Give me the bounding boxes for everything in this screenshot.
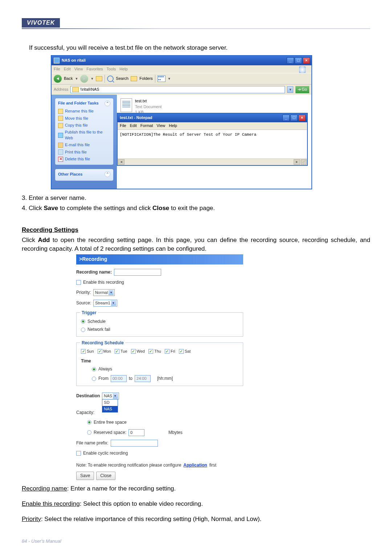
entire-space-radio[interactable] [87, 420, 91, 424]
folders-icon[interactable] [131, 76, 137, 81]
enable-recording-checkbox[interactable] [76, 280, 81, 285]
folder-icon [54, 58, 60, 63]
recording-intro: Click Add to open the recording setting … [22, 236, 370, 253]
prefix-input[interactable] [111, 440, 158, 447]
cyclic-checkbox[interactable] [76, 451, 81, 456]
chevron-down-icon[interactable]: ▼ [287, 86, 293, 93]
note-text: Note: To enable recording notification p… [76, 462, 181, 468]
brand: VIVOTEK [22, 18, 60, 28]
notepad-body[interactable]: [NOTIFICATION]The Result of Server Test … [118, 130, 307, 159]
notepad-menu[interactable]: FileEditFormatViewHelp [118, 122, 307, 129]
schedule-radio[interactable] [81, 319, 85, 324]
desc-recording-name: Recording name: Enter a name for the rec… [22, 484, 370, 493]
collapse-icon[interactable]: ⌃ [105, 100, 110, 106]
close-button[interactable]: × [298, 115, 306, 121]
day-tue-checkbox[interactable]: ✓ [115, 349, 119, 354]
task-print[interactable]: Print this file [58, 149, 110, 156]
chevron-down-icon[interactable]: ▼ [75, 77, 78, 81]
up-icon[interactable] [96, 76, 102, 81]
notepad-window: test.txt - Notepad _□× FileEditFormatVie… [117, 113, 308, 165]
text-file-icon [121, 98, 132, 112]
brand-underline [22, 28, 370, 29]
maximize-button[interactable]: □ [295, 57, 302, 64]
close-button[interactable]: Close [96, 472, 115, 480]
note-text-2: first [209, 462, 216, 468]
reserved-space-radio[interactable] [87, 430, 91, 435]
address-value: \\ritali\NAS [80, 87, 99, 92]
prefix-label: File name prefix: [76, 440, 109, 446]
form-header: >Recording [76, 254, 243, 264]
always-radio[interactable] [92, 367, 96, 372]
destination-label: Destination [76, 393, 100, 399]
from-radio[interactable] [92, 377, 96, 381]
page-footer: 84 - User's Manual [22, 538, 370, 545]
folder-icon [72, 87, 79, 92]
scroll-grip[interactable]: ⋰ [301, 159, 307, 165]
collapse-icon[interactable]: ⌃ [105, 171, 110, 177]
chevron-down-icon[interactable]: ▼ [90, 77, 94, 81]
task-rename[interactable]: Rename this file [58, 108, 110, 115]
address-input[interactable]: \\ritali\NAS [70, 86, 285, 93]
tasks-header: File and Folder Tasks [58, 100, 99, 106]
dest-option-sd[interactable]: SD [102, 399, 118, 406]
day-sun-checkbox[interactable]: ✓ [81, 349, 86, 354]
enable-recording-label: Enable this recording [83, 279, 124, 286]
back-label: Back [64, 76, 73, 81]
desc-enable: Enable this recording: Select this optio… [22, 500, 370, 508]
schedule-label: Schedule [87, 319, 106, 325]
file-type: Text Document [135, 104, 162, 110]
side-panel: File and Folder Tasks⌃ Rename this file … [52, 95, 117, 189]
from-time-input[interactable]: 00:00 [111, 375, 127, 382]
other-places: Other Places [58, 172, 82, 177]
to-time-input[interactable]: 24:00 [135, 375, 151, 382]
chevron-down-icon[interactable]: ▼ [168, 77, 171, 81]
step-4: 4. Click Save to complete the settings a… [22, 204, 370, 213]
trigger-legend: Trigger [80, 310, 98, 316]
day-thu-checkbox[interactable]: ✓ [148, 349, 153, 354]
notepad-title: test.txt - Notepad [120, 115, 152, 120]
always-label: Always [98, 366, 112, 372]
views-icon[interactable] [158, 75, 166, 82]
menu-bar[interactable]: FileEditViewFavoritesToolsHelp [52, 65, 311, 73]
day-mon-checkbox[interactable]: ✓ [98, 349, 102, 354]
maximize-button[interactable]: □ [290, 115, 298, 121]
minimize-button[interactable]: _ [282, 115, 290, 121]
address-label: Address [54, 87, 68, 92]
save-button[interactable]: Save [76, 472, 94, 480]
task-publish[interactable]: Publish this file to the Web [58, 129, 110, 141]
application-link[interactable]: Application [183, 462, 207, 468]
hhmm-hint: [hh:mm] [157, 376, 173, 382]
scroll-right[interactable]: ► [294, 159, 300, 165]
destination-dropdown[interactable]: SD NAS [102, 399, 118, 413]
time-label: Time [81, 358, 91, 364]
back-button[interactable]: ◄ [54, 75, 62, 83]
priority-select[interactable]: Normal [93, 289, 115, 296]
toolbar: ◄ Back ▼ ► ▼ Search Folders ▼ [52, 73, 311, 85]
source-select[interactable]: Stream1 [93, 300, 117, 307]
task-email[interactable]: E-mail this file [58, 141, 110, 148]
intro-text: If successful, you will receive a test.t… [29, 44, 370, 52]
close-button[interactable]: × [303, 57, 310, 64]
window-title: NAS on ritali [62, 58, 86, 63]
go-button[interactable]: ➔ Go [295, 86, 309, 93]
task-delete[interactable]: ✕Delete this file [58, 156, 110, 163]
step-3: 3. Enter a server name. [22, 194, 370, 202]
desc-priority: Priority: Select the relative importance… [22, 515, 370, 524]
minimize-button[interactable]: _ [287, 57, 294, 64]
day-sat-checkbox[interactable]: ✓ [179, 349, 184, 354]
day-wed-checkbox[interactable]: ✓ [131, 349, 136, 354]
capacity-label: Capacity: [76, 410, 94, 416]
recording-name-input[interactable] [114, 269, 161, 276]
forward-button[interactable]: ► [80, 75, 88, 83]
reserved-space-input[interactable]: 0 [128, 429, 144, 436]
search-icon[interactable] [107, 75, 114, 82]
dest-option-nas[interactable]: NAS [102, 406, 118, 412]
scroll-left[interactable]: ◄ [118, 159, 124, 165]
destination-select[interactable]: NAS [102, 393, 119, 399]
day-fri-checkbox[interactable]: ✓ [165, 349, 170, 354]
task-copy[interactable]: Copy this file [58, 122, 110, 129]
task-move[interactable]: Move this file [58, 115, 110, 122]
search-label: Search [116, 76, 128, 81]
network-fail-radio[interactable] [81, 328, 85, 332]
recording-form: >Recording Recording name: Enable this r… [76, 254, 243, 483]
